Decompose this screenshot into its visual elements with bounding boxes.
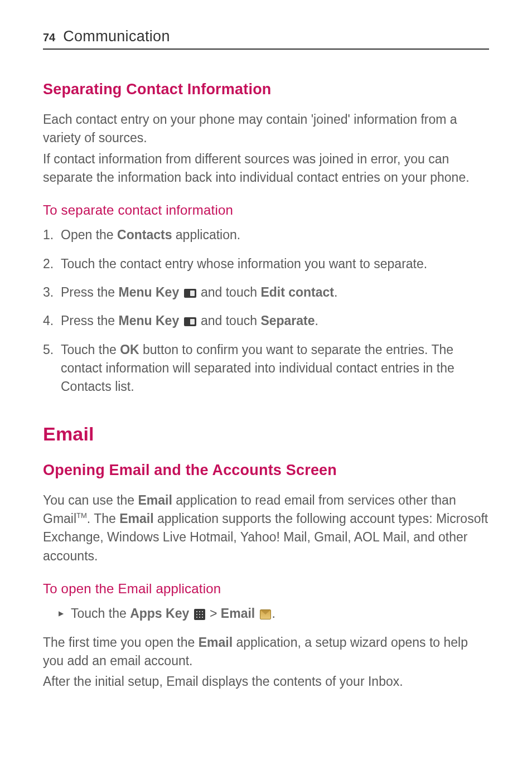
- text: Touch the: [71, 606, 130, 621]
- text-bold: Email: [199, 635, 233, 650]
- text: You can use the: [43, 493, 138, 507]
- subheading-to-separate: To separate contact information: [43, 202, 489, 218]
- text-bold: Edit contact: [260, 285, 334, 299]
- menu-key-icon: [184, 289, 196, 298]
- document-page: 74 Communication Separating Contact Info…: [0, 0, 532, 727]
- page-number: 74: [43, 31, 55, 44]
- apps-key-icon: [194, 609, 205, 620]
- page-header: 74 Communication: [43, 28, 489, 50]
- step-5: Touch the OK button to confirm you want …: [43, 341, 489, 396]
- bullet-step: Touch the Apps Key > Email .: [43, 604, 489, 623]
- chapter-title: Communication: [63, 28, 170, 45]
- text: .: [272, 606, 275, 621]
- text: Open the: [61, 227, 117, 242]
- step-4: Press the Menu Key and touch Separate.: [43, 312, 489, 330]
- text: Press the: [61, 313, 119, 328]
- text-bold: Contacts: [117, 227, 172, 242]
- text: >: [206, 606, 221, 621]
- trademark-symbol: TM: [76, 511, 87, 520]
- step-2: Touch the contact entry whose informatio…: [43, 255, 489, 273]
- text-bold: Menu Key: [119, 285, 180, 299]
- text: and touch: [197, 313, 261, 328]
- step-3: Press the Menu Key and touch Edit contac…: [43, 283, 489, 302]
- heading-email: Email: [43, 423, 489, 445]
- paragraph: You can use the Email application to rea…: [43, 491, 489, 565]
- subheading-to-open-email: To open the Email application: [43, 581, 489, 597]
- menu-key-icon: [184, 317, 196, 326]
- email-icon: [260, 609, 271, 619]
- steps-list: Open the Contacts application. Touch the…: [43, 226, 489, 396]
- text: .: [315, 313, 318, 328]
- text-bold: Separate: [260, 313, 315, 328]
- heading-opening-email: Opening Email and the Accounts Screen: [43, 462, 489, 479]
- text: . The: [87, 511, 119, 526]
- text: and touch: [197, 285, 261, 299]
- step-1: Open the Contacts application.: [43, 226, 489, 244]
- text-bold: Menu Key: [119, 313, 180, 328]
- text-bold: Apps Key: [130, 606, 189, 621]
- text: The first time you open the: [43, 635, 199, 650]
- heading-separating-contact: Separating Contact Information: [43, 81, 489, 98]
- text: Touch the: [61, 342, 120, 357]
- paragraph: If contact information from different so…: [43, 150, 489, 187]
- text: application.: [172, 227, 240, 242]
- text: Press the: [61, 285, 119, 299]
- text-bold: Email: [138, 493, 172, 507]
- paragraph: Each contact entry on your phone may con…: [43, 110, 489, 148]
- paragraph: After the initial setup, Email displays …: [43, 672, 489, 691]
- text-bold: Email: [119, 511, 153, 526]
- text-bold: Email: [221, 606, 255, 621]
- text-bold: OK: [120, 342, 139, 357]
- paragraph: The first time you open the Email applic…: [43, 633, 489, 671]
- text: .: [334, 285, 337, 299]
